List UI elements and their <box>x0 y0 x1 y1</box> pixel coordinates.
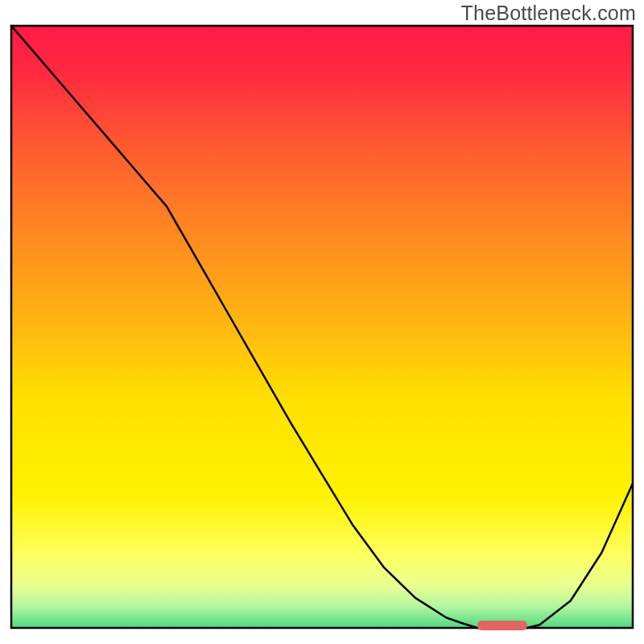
plot-background <box>11 26 633 628</box>
highlight-segment <box>477 621 527 630</box>
chart-stage: TheBottleneck.com <box>0 0 644 644</box>
chart-svg <box>0 0 644 644</box>
